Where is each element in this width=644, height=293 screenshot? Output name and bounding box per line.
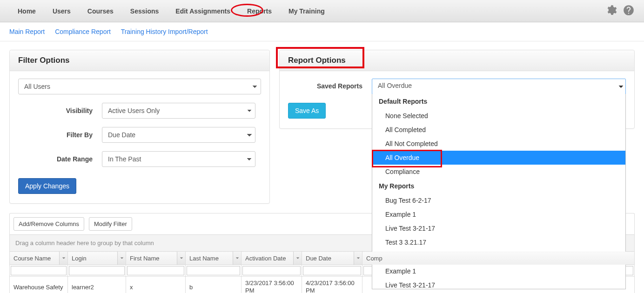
saved-reports-label: Saved Reports: [288, 79, 372, 90]
filter-last-name[interactable]: [187, 266, 240, 275]
col-login[interactable]: Login: [68, 252, 126, 265]
col-activation-date[interactable]: Activation Date: [242, 252, 302, 265]
nav-home[interactable]: Home: [9, 0, 44, 22]
dropdown-item-all-completed[interactable]: All Completed: [372, 123, 625, 137]
modify-filter-button[interactable]: Modify Filter: [89, 217, 132, 231]
filter-options-panel: Filter Options All Users Visibility Acti…: [9, 50, 270, 204]
cell-due: 4/23/2017 3:56:00 PM: [302, 277, 362, 293]
chevron-down-icon[interactable]: [59, 252, 67, 265]
top-nav: Home Users Courses Sessions Edit Assignm…: [0, 0, 644, 22]
filter-options-title: Filter Options: [10, 50, 269, 71]
dropdown-group-default: Default Reports: [372, 94, 625, 109]
date-range-select[interactable]: In The Past: [102, 151, 255, 167]
chevron-down-icon[interactable]: [233, 252, 241, 265]
visibility-label: Visibility: [18, 107, 102, 114]
filter-activation-date[interactable]: [242, 266, 301, 275]
nav-users[interactable]: Users: [44, 0, 79, 22]
saved-reports-select[interactable]: All Overdue: [372, 79, 626, 94]
cell-login: learner2: [68, 277, 126, 293]
table-header-row: Course Name Login First Name Last Name A…: [10, 252, 635, 265]
sub-nav: Main Report Compliance Report Training H…: [0, 22, 644, 41]
filter-by-label: Filter By: [18, 131, 102, 139]
dropdown-item-example1-public[interactable]: Example 1: [372, 264, 625, 278]
col-course-name[interactable]: Course Name: [10, 252, 68, 265]
filter-first-name[interactable]: [127, 266, 184, 275]
dropdown-item-none[interactable]: None Selected: [372, 109, 625, 123]
add-remove-columns-button[interactable]: Add/Remove Columns: [13, 217, 84, 231]
cell-course: Warehouse Safety: [10, 277, 68, 293]
chevron-down-icon[interactable]: [177, 252, 185, 265]
cell-activation: 3/23/2017 3:56:00 PM: [242, 277, 302, 293]
save-as-button[interactable]: Save As: [288, 103, 326, 119]
filter-login[interactable]: [69, 266, 125, 275]
date-range-label: Date Range: [18, 155, 102, 163]
filter-due-date[interactable]: [303, 266, 361, 275]
apply-changes-button[interactable]: Apply Changes: [18, 178, 76, 194]
filter-course-name[interactable]: [11, 266, 67, 275]
dropdown-item-bug-test[interactable]: Bug Test 6-2-17: [372, 193, 625, 207]
dropdown-group-my: My Reports: [372, 179, 625, 193]
help-icon[interactable]: [623, 4, 635, 18]
cell-last: b: [186, 277, 242, 293]
col-comp[interactable]: Comp: [362, 252, 635, 265]
filter-by-select[interactable]: Due Date: [102, 127, 255, 143]
dropdown-item-live-test-public[interactable]: Live Test 3-21-17: [372, 278, 625, 292]
nav-reports[interactable]: Reports: [239, 0, 280, 22]
nav-my-training[interactable]: My Training: [280, 0, 333, 22]
col-last-name[interactable]: Last Name: [186, 252, 242, 265]
col-due-date[interactable]: Due Date: [302, 252, 362, 265]
dropdown-item-test3[interactable]: Test 3 3.21.17: [372, 235, 625, 249]
nav-sessions[interactable]: Sessions: [122, 0, 167, 22]
user-scope-select[interactable]: All Users: [18, 79, 261, 94]
dropdown-item-live-test-my[interactable]: Live Test 3-21-17: [372, 221, 625, 235]
subnav-training-history[interactable]: Training History Import/Report: [121, 28, 208, 35]
col-first-name[interactable]: First Name: [126, 252, 186, 265]
chevron-down-icon[interactable]: [117, 252, 126, 265]
dropdown-item-all-overdue[interactable]: All Overdue: [372, 151, 625, 165]
cell-first: x: [126, 277, 186, 293]
visibility-select[interactable]: Active Users Only: [102, 103, 255, 119]
report-options-panel: Report Options Saved Reports All Overdue…: [279, 50, 635, 129]
chevron-down-icon[interactable]: [354, 252, 362, 265]
nav-courses[interactable]: Courses: [79, 0, 122, 22]
dropdown-item-all-not-completed[interactable]: All Not Completed: [372, 137, 625, 151]
chevron-down-icon[interactable]: [293, 252, 302, 265]
report-options-title: Report Options: [280, 50, 634, 71]
subnav-compliance-report[interactable]: Compliance Report: [55, 28, 111, 35]
subnav-main-report[interactable]: Main Report: [9, 28, 45, 35]
nav-edit-assignments[interactable]: Edit Assignments: [167, 0, 239, 22]
gear-icon[interactable]: [605, 4, 617, 18]
dropdown-item-example1-my[interactable]: Example 1: [372, 207, 625, 221]
